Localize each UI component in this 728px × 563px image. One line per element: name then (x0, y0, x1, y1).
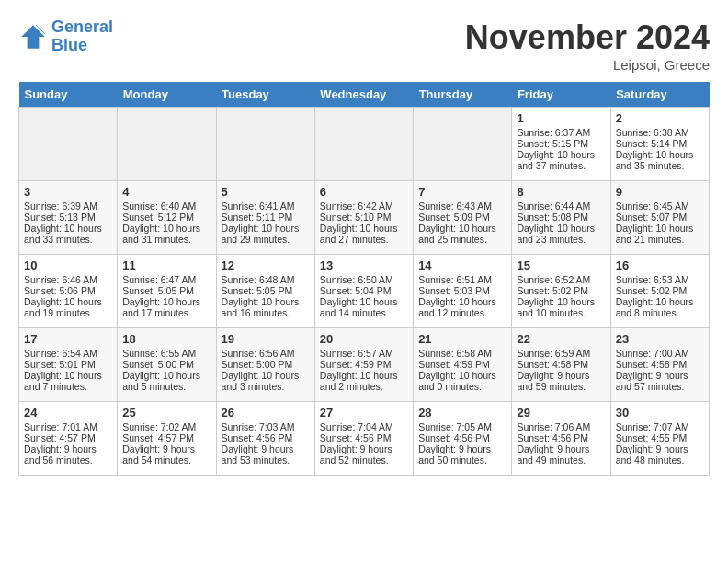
calendar-cell: 26Sunrise: 7:03 AMSunset: 4:56 PMDayligh… (216, 402, 314, 476)
sunset-text: Sunset: 4:59 PM (320, 359, 408, 370)
daylight-text: Daylight: 10 hours and 21 minutes. (616, 223, 704, 245)
day-number: 16 (616, 259, 704, 272)
calendar-cell: 17Sunrise: 6:54 AMSunset: 5:01 PMDayligh… (19, 328, 118, 402)
day-number: 18 (122, 332, 210, 346)
sunset-text: Sunset: 5:01 PM (24, 359, 112, 370)
calendar-cell: 28Sunrise: 7:05 AMSunset: 4:56 PMDayligh… (414, 402, 512, 476)
sunset-text: Sunset: 5:07 PM (616, 212, 704, 223)
sunset-text: Sunset: 5:12 PM (122, 212, 210, 223)
daylight-text: Daylight: 9 hours and 52 minutes. (320, 443, 408, 465)
calendar-cell: 20Sunrise: 6:57 AMSunset: 4:59 PMDayligh… (314, 328, 413, 402)
sunset-text: Sunset: 5:09 PM (418, 212, 506, 223)
sunset-text: Sunset: 5:02 PM (517, 285, 605, 296)
calendar-cell: 22Sunrise: 6:59 AMSunset: 4:58 PMDayligh… (512, 328, 610, 402)
daylight-text: Daylight: 10 hours and 7 minutes. (24, 370, 112, 392)
calendar-cell: 16Sunrise: 6:53 AMSunset: 5:02 PMDayligh… (610, 255, 709, 328)
daylight-text: Daylight: 9 hours and 56 minutes. (24, 443, 112, 465)
sunset-text: Sunset: 5:11 PM (222, 212, 310, 223)
sunrise-text: Sunrise: 7:02 AM (122, 421, 210, 432)
daylight-text: Daylight: 9 hours and 48 minutes. (616, 443, 704, 465)
sunset-text: Sunset: 5:08 PM (517, 212, 605, 223)
daylight-text: Daylight: 10 hours and 25 minutes. (418, 223, 506, 245)
svg-marker-0 (21, 25, 45, 49)
calendar-cell: 15Sunrise: 6:52 AMSunset: 5:02 PMDayligh… (512, 255, 610, 328)
sunrise-text: Sunrise: 7:05 AM (418, 421, 506, 432)
sunrise-text: Sunrise: 6:41 AM (222, 201, 310, 212)
calendar-week-3: 10Sunrise: 6:46 AMSunset: 5:06 PMDayligh… (19, 255, 710, 328)
daylight-text: Daylight: 9 hours and 57 minutes. (616, 370, 704, 392)
col-header-thursday: Thursday (414, 82, 512, 108)
sunset-text: Sunset: 4:56 PM (517, 432, 605, 443)
day-number: 12 (222, 259, 310, 272)
daylight-text: Daylight: 9 hours and 50 minutes. (418, 443, 506, 465)
day-number: 10 (24, 259, 112, 272)
sunset-text: Sunset: 4:55 PM (616, 432, 704, 443)
calendar-cell: 29Sunrise: 7:06 AMSunset: 4:56 PMDayligh… (512, 402, 610, 476)
daylight-text: Daylight: 10 hours and 29 minutes. (222, 223, 310, 245)
sunrise-text: Sunrise: 6:58 AM (418, 348, 506, 359)
daylight-text: Daylight: 9 hours and 54 minutes. (122, 443, 210, 465)
sunset-text: Sunset: 5:13 PM (24, 212, 112, 223)
sunrise-text: Sunrise: 6:48 AM (222, 274, 310, 285)
day-number: 28 (418, 406, 506, 419)
col-header-wednesday: Wednesday (314, 82, 413, 108)
calendar-week-2: 3Sunrise: 6:39 AMSunset: 5:13 PMDaylight… (19, 181, 710, 255)
sunset-text: Sunset: 5:02 PM (616, 285, 704, 296)
daylight-text: Daylight: 10 hours and 23 minutes. (517, 223, 605, 245)
calendar-cell: 1Sunrise: 6:37 AMSunset: 5:15 PMDaylight… (512, 108, 610, 181)
sunrise-text: Sunrise: 6:47 AM (122, 274, 210, 285)
calendar-cell: 21Sunrise: 6:58 AMSunset: 4:59 PMDayligh… (414, 328, 512, 402)
calendar-cell (19, 108, 118, 181)
calendar-cell: 19Sunrise: 6:56 AMSunset: 5:00 PMDayligh… (216, 328, 314, 402)
day-number: 15 (517, 259, 605, 272)
calendar-cell (216, 108, 314, 181)
col-header-saturday: Saturday (610, 82, 709, 108)
sunset-text: Sunset: 5:10 PM (320, 212, 408, 223)
sunrise-text: Sunrise: 6:53 AM (616, 274, 704, 285)
calendar-cell: 11Sunrise: 6:47 AMSunset: 5:05 PMDayligh… (118, 255, 216, 328)
calendar-cell: 4Sunrise: 6:40 AMSunset: 5:12 PMDaylight… (118, 181, 216, 255)
day-number: 5 (222, 185, 310, 199)
calendar-cell: 2Sunrise: 6:38 AMSunset: 5:14 PMDaylight… (610, 108, 709, 181)
day-number: 9 (616, 185, 704, 199)
calendar-week-5: 24Sunrise: 7:01 AMSunset: 4:57 PMDayligh… (19, 402, 710, 476)
logo-icon (18, 22, 48, 52)
location: Leipsoi, Greece (465, 57, 710, 73)
calendar-cell: 3Sunrise: 6:39 AMSunset: 5:13 PMDaylight… (19, 181, 118, 255)
daylight-text: Daylight: 10 hours and 31 minutes. (122, 223, 210, 245)
calendar-cell: 25Sunrise: 7:02 AMSunset: 4:57 PMDayligh… (118, 402, 216, 476)
daylight-text: Daylight: 10 hours and 27 minutes. (320, 223, 408, 245)
day-number: 3 (24, 185, 112, 199)
day-number: 11 (122, 259, 210, 272)
sunrise-text: Sunrise: 6:44 AM (517, 201, 605, 212)
calendar-table: SundayMondayTuesdayWednesdayThursdayFrid… (18, 82, 710, 476)
month-title: November 2024 (465, 18, 710, 57)
calendar-cell: 9Sunrise: 6:45 AMSunset: 5:07 PMDaylight… (610, 181, 709, 255)
calendar-cell: 18Sunrise: 6:55 AMSunset: 5:00 PMDayligh… (118, 328, 216, 402)
logo: General Blue (18, 18, 113, 55)
sunrise-text: Sunrise: 7:01 AM (24, 421, 112, 432)
day-number: 19 (222, 332, 310, 346)
sunrise-text: Sunrise: 7:00 AM (616, 348, 704, 359)
day-number: 13 (320, 259, 408, 272)
day-number: 29 (517, 406, 605, 419)
sunset-text: Sunset: 4:58 PM (517, 359, 605, 370)
sunrise-text: Sunrise: 7:07 AM (616, 421, 704, 432)
sunrise-text: Sunrise: 6:46 AM (24, 274, 112, 285)
day-number: 25 (122, 406, 210, 419)
sunrise-text: Sunrise: 6:51 AM (418, 274, 506, 285)
sunrise-text: Sunrise: 6:45 AM (616, 201, 704, 212)
daylight-text: Daylight: 10 hours and 8 minutes. (616, 296, 704, 318)
day-number: 6 (320, 185, 408, 199)
day-number: 17 (24, 332, 112, 346)
daylight-text: Daylight: 10 hours and 17 minutes. (122, 296, 210, 318)
col-header-sunday: Sunday (19, 82, 118, 108)
daylight-text: Daylight: 10 hours and 2 minutes. (320, 370, 408, 392)
calendar-cell: 6Sunrise: 6:42 AMSunset: 5:10 PMDaylight… (314, 181, 413, 255)
day-number: 4 (122, 185, 210, 199)
sunset-text: Sunset: 5:00 PM (122, 359, 210, 370)
sunset-text: Sunset: 4:56 PM (320, 432, 408, 443)
day-number: 22 (517, 332, 605, 346)
day-number: 30 (616, 406, 704, 419)
daylight-text: Daylight: 10 hours and 35 minutes. (616, 149, 704, 171)
